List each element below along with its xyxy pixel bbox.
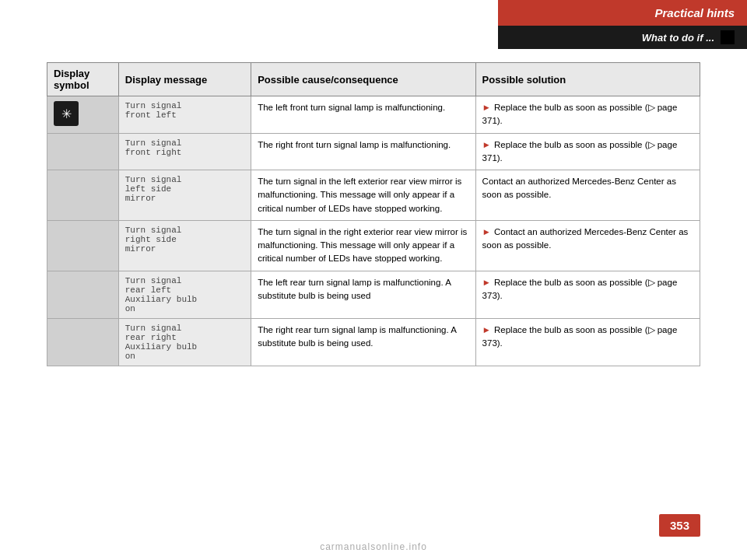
solution-cell: Contact an authorized Mercedes-Benz Cent…: [475, 170, 700, 221]
practical-hints-label: Practical hints: [498, 0, 747, 26]
cause-cell: The right front turn signal lamp is malf…: [251, 133, 475, 170]
page-number: 353: [659, 514, 700, 537]
display-message-cell: Turn signalrear rightAuxiliary bulbon: [118, 318, 251, 366]
col-header-cause: Possible cause/consequence: [251, 63, 475, 96]
what-to-do-label: What to do if ...: [642, 32, 714, 44]
solution-cell: ►Replace the bulb as soon as possible (▷…: [475, 271, 700, 318]
arrow-icon: ►: [482, 103, 491, 112]
display-message-cell: Turn signalrear leftAuxiliary bulbon: [118, 271, 251, 318]
symbol-cell: ✳: [47, 96, 119, 134]
col-header-message: Display message: [118, 63, 251, 96]
black-square-decoration: [721, 30, 735, 44]
arrow-icon: ►: [482, 278, 491, 287]
solution-cell: ►Replace the bulb as soon as possible (▷…: [475, 96, 700, 134]
table-row: Turn signalright sidemirrorThe turn sign…: [47, 220, 700, 271]
sun-icon: ✳: [54, 101, 79, 126]
cause-cell: The turn signal in the left exterior rea…: [251, 170, 475, 221]
arrow-icon: ►: [482, 227, 491, 236]
symptoms-table: Display symbol Display message Possible …: [47, 62, 700, 366]
table-row: ✳Turn signalfront leftThe left front tur…: [47, 96, 700, 134]
arrow-icon: ►: [482, 140, 491, 149]
table-header-row: Display symbol Display message Possible …: [47, 63, 700, 96]
solution-cell: ►Contact an authorized Mercedes-Benz Cen…: [475, 220, 700, 271]
arrow-icon: ►: [482, 325, 491, 334]
col-header-symbol: Display symbol: [47, 63, 119, 96]
main-content: Display symbol Display message Possible …: [47, 62, 700, 366]
watermark: carmanualsonline.info: [320, 541, 427, 552]
table-row: Turn signalrear rightAuxiliary bulbonThe…: [47, 318, 700, 366]
col-header-solution: Possible solution: [475, 63, 700, 96]
cause-cell: The left rear turn signal lamp is malfun…: [251, 271, 475, 318]
cause-cell: The left front turn signal lamp is malfu…: [251, 96, 475, 134]
table-row: Turn signalfront rightThe right front tu…: [47, 133, 700, 170]
display-message-cell: Turn signalfront right: [118, 133, 251, 170]
display-message-cell: Turn signalleft sidemirror: [118, 170, 251, 221]
symbol-cell: [47, 318, 119, 366]
solution-cell: ►Replace the bulb as soon as possible (▷…: [475, 133, 700, 170]
symbol-cell: [47, 271, 119, 318]
solution-cell: ►Replace the bulb as soon as possible (▷…: [475, 318, 700, 366]
cause-cell: The turn signal in the right exterior re…: [251, 220, 475, 271]
symbol-cell: [47, 220, 119, 271]
display-message-cell: Turn signalright sidemirror: [118, 220, 251, 271]
cause-cell: The right rear turn signal lamp is malfu…: [251, 318, 475, 366]
display-message-cell: Turn signalfront left: [118, 96, 251, 134]
symbol-cell: [47, 133, 119, 170]
symbol-cell: [47, 170, 119, 221]
header: Practical hints What to do if ...: [498, 0, 747, 49]
table-row: Turn signalleft sidemirrorThe turn signa…: [47, 170, 700, 221]
what-to-do-bar: What to do if ...: [498, 26, 747, 49]
table-row: Turn signalrear leftAuxiliary bulbonThe …: [47, 271, 700, 318]
